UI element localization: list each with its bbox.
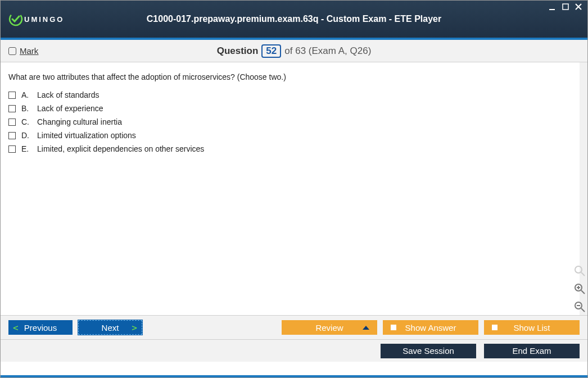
- answer-letter: D.: [21, 131, 31, 140]
- answer-text: Limited, explicit dependencies on other …: [37, 144, 204, 153]
- check-circle-icon: [8, 12, 23, 26]
- logo-text: UMINGO: [24, 15, 64, 24]
- answer-option[interactable]: C.Changing cultural inertia: [8, 117, 572, 126]
- svg-line-11: [581, 308, 585, 312]
- triangle-up-icon: [363, 326, 369, 330]
- answer-text: Changing cultural inertia: [37, 117, 122, 126]
- answer-text: Limited virtualization options: [37, 131, 136, 140]
- save-session-button[interactable]: Save Session: [381, 344, 476, 358]
- nav-bar: < Previous Next > Review Show Answer Sho…: [1, 315, 587, 339]
- svg-rect-1: [549, 9, 555, 10]
- zoom-in-icon[interactable]: [572, 281, 587, 296]
- chevron-right-icon: >: [132, 322, 137, 333]
- zoom-panel: [572, 263, 587, 314]
- answer-checkbox[interactable]: [8, 145, 16, 153]
- answer-text: Lack of standards: [37, 90, 99, 99]
- svg-line-4: [581, 272, 585, 276]
- answer-checkbox[interactable]: [8, 119, 16, 126]
- answer-option[interactable]: B.Lack of experience: [8, 104, 572, 113]
- end-exam-button[interactable]: End Exam: [484, 344, 580, 358]
- answer-letter: A.: [21, 90, 31, 99]
- answer-text: Lack of experience: [37, 104, 103, 113]
- minimize-icon[interactable]: [548, 2, 557, 11]
- zoom-out-icon[interactable]: [572, 299, 587, 314]
- svg-point-3: [575, 266, 582, 273]
- answer-letter: E.: [21, 144, 31, 153]
- answer-letter: C.: [21, 117, 31, 126]
- question-position: Question 52 of 63 (Exam A, Q26): [1, 44, 587, 58]
- mark-toggle[interactable]: Mark: [8, 46, 38, 56]
- search-icon[interactable]: [572, 263, 587, 278]
- current-question-number: 52: [261, 44, 281, 58]
- next-button[interactable]: Next >: [78, 320, 142, 335]
- titlebar: UMINGO C1000-017.prepaway.premium.exam.6…: [1, 1, 587, 38]
- answer-option[interactable]: D.Limited virtualization options: [8, 131, 572, 140]
- svg-rect-2: [563, 4, 568, 10]
- mark-label: Mark: [20, 46, 38, 56]
- window-title: C1000-017.prepaway.premium.exam.63q - Cu…: [1, 14, 587, 24]
- question-content: What are two attributes that affect the …: [1, 62, 587, 315]
- session-bar: Save Session End Exam: [1, 339, 587, 362]
- stop-icon: [492, 325, 497, 330]
- answer-letter: B.: [21, 104, 31, 113]
- show-list-button[interactable]: Show List: [484, 320, 580, 335]
- answer-checkbox[interactable]: [8, 105, 16, 112]
- stop-icon: [391, 325, 396, 330]
- previous-button[interactable]: < Previous: [8, 320, 73, 335]
- answer-option[interactable]: E.Limited, explicit dependencies on othe…: [8, 144, 572, 153]
- question-bar: Mark Question 52 of 63 (Exam A, Q26): [1, 40, 587, 62]
- footer-separator: [1, 375, 587, 377]
- chevron-left-icon: <: [13, 322, 19, 333]
- question-text: What are two attributes that affect the …: [8, 72, 572, 81]
- show-answer-button[interactable]: Show Answer: [383, 320, 478, 335]
- review-button[interactable]: Review: [282, 320, 377, 335]
- svg-line-8: [581, 290, 585, 294]
- answer-checkbox[interactable]: [8, 92, 16, 99]
- maximize-icon[interactable]: [561, 2, 570, 11]
- window-controls: [548, 2, 583, 11]
- close-icon[interactable]: [574, 2, 583, 11]
- answer-option[interactable]: A.Lack of standards: [8, 90, 572, 99]
- answer-checkbox[interactable]: [8, 132, 16, 139]
- mark-checkbox[interactable]: [8, 47, 16, 55]
- app-logo: UMINGO: [8, 12, 64, 26]
